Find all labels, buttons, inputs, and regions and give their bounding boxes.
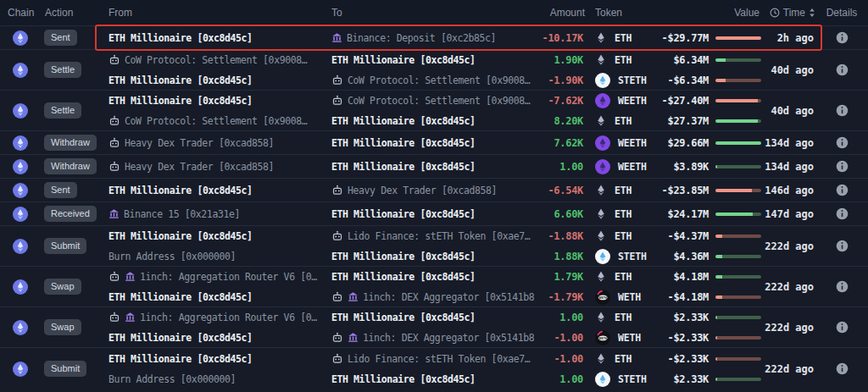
transaction-row[interactable]: SentETH Millionaire [0xc8d45c]Heavy Dex … bbox=[0, 179, 868, 202]
entity-link[interactable]: ETH Millionaire [0xc8d45c] bbox=[108, 185, 253, 196]
from-cell: ETH Millionaire [0xc8d45c] bbox=[98, 26, 325, 49]
robot-icon bbox=[331, 230, 343, 242]
token-symbol: ETH bbox=[615, 54, 632, 66]
transaction-row[interactable]: ReceivedBinance 15 [0x21a31e]ETH Million… bbox=[0, 202, 868, 226]
from-cell: ETH Millionaire [0xc8d45c]Burn Address [… bbox=[98, 226, 325, 266]
entity: 1inch: DEX Aggregator [0x5141b8] bbox=[331, 291, 534, 303]
token-cell: ETHSTETH bbox=[585, 226, 653, 266]
entity-link[interactable]: CoW Protocol: Settlement [0x9008… bbox=[125, 115, 307, 127]
token-cell: ETHSTETH bbox=[585, 50, 653, 90]
entity-link[interactable]: ETH Millionaire [0xc8d45c] bbox=[331, 208, 476, 220]
entity-link[interactable]: ETH Millionaire [0xc8d45c] bbox=[108, 332, 253, 344]
token: STETH bbox=[595, 372, 647, 387]
entity-link[interactable]: ETH Millionaire [0xc8d45c] bbox=[108, 291, 253, 303]
amount-value: -1.00 bbox=[554, 353, 583, 365]
details-cell bbox=[815, 226, 868, 266]
entity: CoW Protocol: Settlement [0x9008… bbox=[331, 75, 530, 86]
entity-link[interactable]: CoW Protocol: Settlement [0x9008… bbox=[125, 54, 307, 66]
entity-link[interactable]: ETH Millionaire [0xc8d45c] bbox=[331, 137, 476, 149]
info-icon[interactable] bbox=[836, 207, 849, 220]
value-bar-cell bbox=[710, 26, 761, 49]
entity-link[interactable]: ETH Millionaire [0xc8d45c] bbox=[331, 312, 476, 323]
value-cell: $3.89K bbox=[653, 155, 710, 178]
time-ago: 222d ago bbox=[765, 363, 814, 375]
amount-value: 6.60K bbox=[554, 208, 583, 220]
info-icon[interactable] bbox=[836, 136, 849, 149]
usd-value: $2.33K bbox=[673, 373, 709, 385]
transaction-row[interactable]: Swap1inch: Aggregation Router V6 [0…ETH … bbox=[0, 307, 868, 348]
entity-link[interactable]: Heavy Dex Trader [0xcad858] bbox=[125, 137, 274, 149]
amount-cell: -1.001.00 bbox=[534, 348, 585, 389]
entity-link[interactable]: Burn Address [0x000000] bbox=[108, 251, 236, 262]
entity-link[interactable]: Binance 15 [0x21a31e] bbox=[124, 208, 240, 220]
info-icon[interactable] bbox=[836, 362, 849, 375]
info-icon[interactable] bbox=[836, 184, 849, 196]
ethereum-icon bbox=[13, 30, 28, 46]
entity-link[interactable]: Lido Finance: stETH Token [0xae7… bbox=[348, 353, 530, 365]
to-cell: ETH Millionaire [0xc8d45c] bbox=[325, 155, 534, 178]
to-cell: Heavy Dex Trader [0xcad858] bbox=[325, 179, 534, 202]
entity-link[interactable]: Lido Finance: stETH Token [0xae7… bbox=[348, 230, 530, 242]
transaction-row[interactable]: Swap1inch: Aggregation Router V6 [0…ETH … bbox=[0, 267, 868, 307]
token-symbol: STETH bbox=[618, 373, 647, 385]
transaction-row[interactable]: SettleCoW Protocol: Settlement [0x9008…E… bbox=[0, 50, 868, 91]
entity-link[interactable]: ETH Millionaire [0xc8d45c] bbox=[331, 251, 476, 262]
entity-link[interactable]: Binance: Deposit [0xc2b85c] bbox=[347, 32, 496, 44]
token-symbol: WETH bbox=[618, 332, 641, 344]
info-icon[interactable] bbox=[836, 240, 849, 252]
amount-value: 1.00 bbox=[559, 373, 583, 385]
entity-link[interactable]: Heavy Dex Trader [0xcad858] bbox=[125, 161, 274, 173]
entity-link[interactable]: CoW Protocol: Settlement [0x9008… bbox=[348, 95, 530, 107]
transaction-row[interactable]: SubmitETH Millionaire [0xc8d45c]Burn Add… bbox=[0, 226, 868, 267]
entity: ETH Millionaire [0xc8d45c] bbox=[108, 332, 253, 344]
chain-cell bbox=[0, 226, 41, 266]
to-cell: CoW Protocol: Settlement [0x9008…ETH Mil… bbox=[325, 91, 534, 130]
entity-link[interactable]: ETH Millionaire [0xc8d45c] bbox=[331, 161, 476, 173]
entity-link[interactable]: 1inch: Aggregation Router V6 [0… bbox=[140, 271, 317, 283]
entity: ETH Millionaire [0xc8d45c] bbox=[331, 115, 476, 127]
entity-link[interactable]: ETH Millionaire [0xc8d45c] bbox=[331, 54, 476, 66]
transaction-row[interactable]: SubmitETH Millionaire [0xc8d45c]Burn Add… bbox=[0, 348, 868, 389]
entity: ETH Millionaire [0xc8d45c] bbox=[331, 312, 476, 323]
entity-link[interactable]: ETH Millionaire [0xc8d45c] bbox=[331, 271, 476, 283]
entity-link[interactable]: 1inch: DEX Aggregator [0x5141b8] bbox=[363, 291, 534, 303]
details-cell bbox=[815, 155, 868, 178]
steth-token-icon bbox=[595, 372, 610, 387]
token-symbol: ETH bbox=[615, 230, 632, 242]
info-icon[interactable] bbox=[836, 63, 849, 76]
entity-link[interactable]: ETH Millionaire [0xc8d45c] bbox=[108, 75, 253, 86]
info-icon[interactable] bbox=[836, 160, 849, 173]
token: ETH bbox=[595, 311, 632, 323]
transaction-row[interactable]: SentETH Millionaire [0xc8d45c]Binance: D… bbox=[0, 26, 868, 50]
time-ago: 134d ago bbox=[765, 161, 814, 173]
entity-link[interactable]: ETH Millionaire [0xc8d45c] bbox=[108, 230, 253, 242]
entity-link[interactable]: ETH Millionaire [0xc8d45c] bbox=[108, 32, 253, 44]
entity: ETH Millionaire [0xc8d45c] bbox=[331, 373, 476, 385]
to-cell: Lido Finance: stETH Token [0xae7…ETH Mil… bbox=[325, 226, 534, 266]
info-icon[interactable] bbox=[836, 280, 849, 293]
amount-cell: -1.88K1.88K bbox=[534, 226, 585, 266]
entity-link[interactable]: 1inch: DEX Aggregator [0x5141b8] bbox=[363, 332, 534, 344]
transaction-row[interactable]: WithdrawHeavy Dex Trader [0xcad858]ETH M… bbox=[0, 131, 868, 155]
entity-link[interactable]: Burn Address [0x000000] bbox=[108, 373, 236, 385]
action-badge: Swap bbox=[44, 319, 81, 335]
entity-link[interactable]: CoW Protocol: Settlement [0x9008… bbox=[348, 75, 530, 86]
info-icon[interactable] bbox=[836, 31, 849, 44]
info-icon[interactable] bbox=[836, 104, 849, 117]
entity-link[interactable]: ETH Millionaire [0xc8d45c] bbox=[108, 95, 253, 107]
value-bar-cell bbox=[710, 202, 761, 225]
entity-link[interactable]: ETH Millionaire [0xc8d45c] bbox=[331, 115, 476, 127]
entity-link[interactable]: 1inch: Aggregation Router V6 [0… bbox=[140, 312, 317, 323]
entity-link[interactable]: ETH Millionaire [0xc8d45c] bbox=[331, 373, 476, 385]
entity-link[interactable]: Heavy Dex Trader [0xcad858] bbox=[348, 185, 497, 196]
info-icon[interactable] bbox=[836, 321, 849, 334]
column-header-time[interactable]: Time bbox=[761, 7, 815, 19]
transaction-row[interactable]: SettleETH Millionaire [0xc8d45c]CoW Prot… bbox=[0, 91, 868, 131]
amount-cell: 1.79K-1.79K bbox=[534, 267, 585, 306]
transaction-row[interactable]: WithdrawHeavy Dex Trader [0xcad858]ETH M… bbox=[0, 155, 868, 179]
entity-link[interactable]: ETH Millionaire [0xc8d45c] bbox=[108, 353, 253, 365]
robot-icon bbox=[331, 291, 343, 303]
value-bar-cell bbox=[710, 91, 761, 130]
details-cell bbox=[815, 131, 868, 154]
entity: ETH Millionaire [0xc8d45c] bbox=[108, 291, 253, 303]
